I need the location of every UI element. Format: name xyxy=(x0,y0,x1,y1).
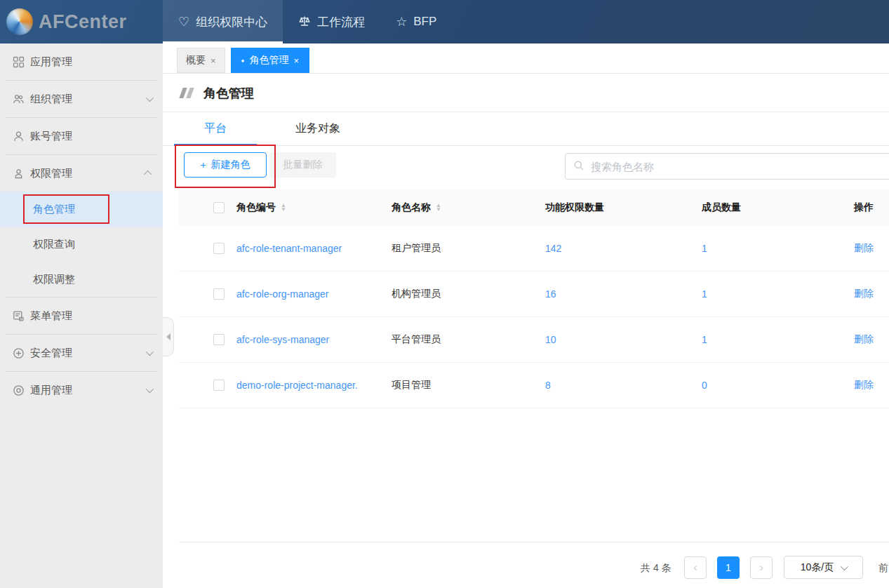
member-count-link[interactable]: 1 xyxy=(702,243,707,254)
nav-item-bfp[interactable]: ☆ BFP xyxy=(380,0,452,44)
role-name: 项目管理 xyxy=(380,379,532,392)
sidebar-item-label: 安全管理 xyxy=(30,347,72,360)
nav-item-label: BFP xyxy=(413,15,436,29)
permission-icon xyxy=(13,168,25,180)
close-icon[interactable]: × xyxy=(210,55,216,66)
table-row: afc-role-org-manager 机构管理员 16 1 删除 xyxy=(179,272,889,317)
user-icon xyxy=(13,131,25,142)
page-title: 角色管理 xyxy=(203,85,254,102)
brand-name: AFCenter xyxy=(39,11,127,33)
role-name: 租户管理员 xyxy=(380,242,532,255)
doc-tab-role-management[interactable]: ● 角色管理 × xyxy=(231,48,309,73)
security-icon xyxy=(13,347,25,359)
heart-smile-icon: ♡ xyxy=(178,15,189,28)
table-header-row: 角色编号 ▲▼ 角色名称 ▲▼ 功能权限数量 成员数量 操作 xyxy=(179,189,889,226)
sidebar-item-account-management[interactable]: 账号管理 xyxy=(0,118,163,154)
column-header-action: 操作 xyxy=(842,201,889,214)
perm-count-link[interactable]: 16 xyxy=(545,288,556,300)
member-count-link[interactable]: 1 xyxy=(702,334,707,345)
perm-count-link[interactable]: 10 xyxy=(545,334,556,345)
column-header-code: 角色编号 xyxy=(236,201,276,214)
top-nav-menu: ♡ 组织权限中心 工作流程 ☆ BFP xyxy=(163,0,452,44)
plus-icon: + xyxy=(200,159,206,171)
sidebar-subitem-permission-adjust[interactable]: 权限调整 xyxy=(0,262,163,297)
sidebar-item-label: 菜单管理 xyxy=(30,309,72,323)
afcenter-logo-icon xyxy=(6,8,33,35)
page-size-select[interactable]: 10条/页 xyxy=(784,556,863,579)
pagination-jump-label: 前 xyxy=(878,556,888,579)
chevron-down-icon xyxy=(146,94,154,102)
table-row: demo-role-project-manager. 项目管理 8 0 删除 xyxy=(179,363,889,408)
sidebar-subitem-label: 权限调整 xyxy=(33,273,75,286)
member-count-link[interactable]: 0 xyxy=(702,380,707,391)
pagination-divider xyxy=(179,542,889,542)
sort-desc-icon[interactable]: ▼ xyxy=(281,208,286,212)
sidebar-subitem-permission-query[interactable]: 权限查询 xyxy=(0,227,163,262)
role-code-link[interactable]: afc-role-tenant-manager xyxy=(236,243,342,254)
appstore-icon xyxy=(13,56,25,68)
tab-platform[interactable]: 平台 xyxy=(174,112,257,145)
role-name: 机构管理员 xyxy=(380,288,532,300)
star-icon: ☆ xyxy=(396,15,407,28)
select-all-checkbox[interactable] xyxy=(213,202,225,213)
column-header-member-count: 成员数量 xyxy=(688,201,842,214)
pagination-next-button[interactable]: › xyxy=(750,556,773,579)
row-checkbox[interactable] xyxy=(213,334,225,345)
main-content: 概要 × ● 角色管理 × 角色管理 平台 业务对象 + 新建角色 批量删除 xyxy=(163,44,889,588)
table-row: afc-role-sys-manager 平台管理员 10 1 删除 xyxy=(179,317,889,363)
new-role-button[interactable]: + 新建角色 xyxy=(184,152,267,178)
delete-link[interactable]: 删除 xyxy=(854,242,874,253)
sidebar-item-security-management[interactable]: 安全管理 xyxy=(0,335,163,371)
page-header: 角色管理 xyxy=(163,74,889,112)
role-search xyxy=(565,153,889,180)
nav-item-org-permission-center[interactable]: ♡ 组织权限中心 xyxy=(163,0,283,44)
sidebar-item-org-management[interactable]: 组织管理 xyxy=(0,81,163,117)
sidebar-item-app-management[interactable]: 应用管理 xyxy=(0,44,163,80)
sidebar-subitem-role-management[interactable]: 角色管理 xyxy=(0,192,163,227)
nav-item-workflow[interactable]: 工作流程 xyxy=(283,0,380,44)
batch-delete-button[interactable]: 批量删除 xyxy=(269,152,336,178)
chevron-down-icon xyxy=(146,385,154,393)
sidebar-item-permission-management[interactable]: 权限管理 xyxy=(0,155,163,192)
row-checkbox[interactable] xyxy=(213,243,225,254)
role-code-link[interactable]: demo-role-project-manager. xyxy=(236,380,358,391)
delete-link[interactable]: 删除 xyxy=(854,288,874,299)
view-tabs: 平台 业务对象 xyxy=(163,112,889,146)
row-checkbox[interactable] xyxy=(213,380,225,391)
page-size-value: 10条/页 xyxy=(801,561,834,574)
brand-area: AFCenter xyxy=(0,0,163,44)
sidebar: 应用管理 组织管理 账号管理 权限管理 角色管理 权限查询 权限调整 菜单管理 … xyxy=(0,44,163,588)
new-role-button-label: 新建角色 xyxy=(211,159,250,171)
sidebar-item-common-management[interactable]: 通用管理 xyxy=(0,372,163,408)
perm-count-link[interactable]: 142 xyxy=(545,243,561,254)
batch-delete-button-label: 批量删除 xyxy=(283,159,323,171)
column-header-perm-count: 功能权限数量 xyxy=(532,201,688,214)
tab-business-object[interactable]: 业务对象 xyxy=(276,112,359,145)
nav-item-label: 工作流程 xyxy=(317,14,365,30)
row-checkbox[interactable] xyxy=(213,288,225,300)
close-icon[interactable]: × xyxy=(293,55,299,66)
pagination-page-1[interactable]: 1 xyxy=(717,556,740,579)
role-code-link[interactable]: afc-role-sys-manager xyxy=(236,334,329,345)
unsaved-dot-icon: ● xyxy=(241,58,245,64)
delete-link[interactable]: 删除 xyxy=(854,379,874,390)
sidebar-collapse-handle[interactable] xyxy=(163,317,174,356)
doc-tab-overview[interactable]: 概要 × xyxy=(177,48,225,73)
role-code-link[interactable]: afc-role-org-manager xyxy=(236,288,329,300)
sidebar-item-label: 通用管理 xyxy=(30,384,72,397)
doc-tab-label: 角色管理 xyxy=(249,54,288,67)
sidebar-item-label: 权限管理 xyxy=(30,167,72,180)
title-slashes-icon xyxy=(181,88,195,98)
perm-count-link[interactable]: 8 xyxy=(545,380,551,391)
delete-link[interactable]: 删除 xyxy=(854,333,874,345)
sidebar-item-menu-management[interactable]: 菜单管理 xyxy=(0,298,163,334)
member-count-link[interactable]: 1 xyxy=(702,288,707,300)
collapse-arrow-icon xyxy=(166,333,171,340)
menu-doc-icon xyxy=(13,310,25,322)
sort-desc-icon[interactable]: ▼ xyxy=(436,208,441,212)
search-input[interactable] xyxy=(565,153,889,180)
sidebar-item-label: 应用管理 xyxy=(30,55,72,69)
pagination-prev-button[interactable]: ‹ xyxy=(684,556,707,579)
doc-tab-label: 概要 xyxy=(186,54,206,67)
sort-icons: ▲▼ xyxy=(281,203,286,212)
